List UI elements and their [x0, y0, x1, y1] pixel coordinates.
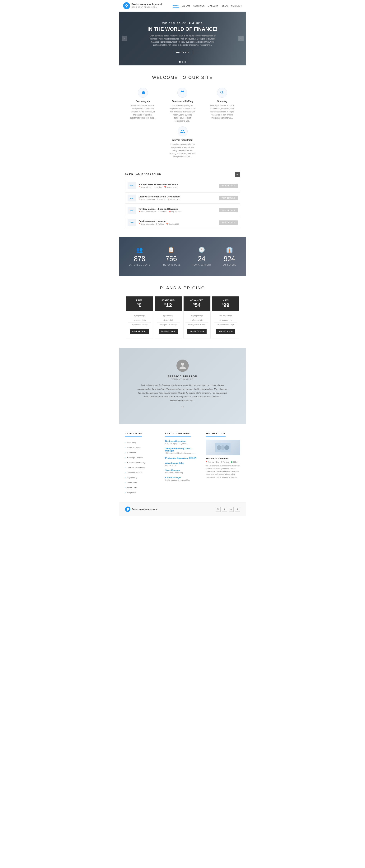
category-link-9[interactable]: Health Care: [125, 487, 137, 489]
nav-gallery[interactable]: GALLERY: [208, 4, 219, 8]
price-feature-0-0: 1 job postings: [128, 314, 151, 318]
category-link-1[interactable]: Admin & Clerical: [125, 447, 141, 449]
hero-prev-button[interactable]: ‹: [122, 36, 127, 41]
last-job-meta-1: This position will lead and manage our..…: [165, 452, 200, 454]
hero-next-button[interactable]: ›: [238, 36, 243, 41]
logo[interactable]: Professional employment RECRUITING SEARC…: [123, 2, 162, 9]
job-title-2: Territory Manager - Food and Beverage: [139, 208, 217, 210]
last-job-link-1[interactable]: Safety & Reliability Group Manager: [165, 447, 200, 452]
job-date-0: 📅 Sep 06, 2013: [164, 186, 177, 188]
price-header-free: FREE $0: [126, 297, 153, 311]
category-link-6[interactable]: Customer Service: [125, 472, 142, 474]
category-link-3[interactable]: Banking & Finance: [125, 457, 143, 459]
category-link-2[interactable]: Automotive: [125, 452, 136, 454]
jobs-next-button[interactable]: →: [235, 172, 240, 177]
category-link-0[interactable]: Accounting: [125, 442, 136, 444]
list-item: Production Supervisor (62-647): [165, 457, 200, 459]
last-jobs-title: LAST ADDED JOBS:: [165, 432, 191, 437]
job-meta-2: 📍 USA, Pennsylvania ⏱ Full time 📅 Sep 04…: [139, 211, 217, 213]
select-plan-button-1[interactable]: Select Plan: [159, 329, 178, 334]
nav-home[interactable]: HOME: [173, 4, 179, 8]
social-links: 𝕏 t g f: [215, 507, 240, 512]
job-meta-0: 📍 USA, Arizona ⏱ Full time 📅 Sep 06, 201…: [139, 186, 217, 188]
job-title-0: Solution Sales Professionals Dynamics: [139, 183, 217, 186]
social-google[interactable]: g: [229, 507, 234, 512]
job-item: CMD Creative Director for Mobile Develop…: [125, 192, 240, 204]
select-plan-button-2[interactable]: Select Plan: [188, 329, 206, 334]
feature-desc-2: Sourcing is the use of one or more strat…: [209, 104, 236, 120]
featured-type: ⏱ Full time: [221, 461, 229, 463]
job-date-2: 📅 Sep 04, 2013: [169, 211, 181, 213]
last-job-link-3[interactable]: Advertising / Sales: [165, 462, 200, 464]
category-link-8[interactable]: Government: [125, 482, 137, 484]
categories-list: Accounting Admin & Clerical Automotive B…: [125, 440, 160, 495]
view-details-button-2[interactable]: View Details: [219, 208, 237, 212]
featured-job-image: [206, 440, 240, 455]
price-card-advanced: ADVANCED $54 10 job postings 10 featured…: [184, 296, 210, 338]
last-job-link-2[interactable]: Production Supervisor (62-647): [165, 457, 200, 459]
view-details-button-0[interactable]: View Details: [219, 184, 237, 188]
footer-logo-icon: [125, 506, 130, 512]
hero-cta-button[interactable]: POST A JOB: [172, 50, 193, 55]
list-item: Business Consultant 4 months ago | durin…: [165, 440, 200, 444]
category-link-7[interactable]: Engineering: [125, 476, 137, 479]
category-link-4[interactable]: Business Opportunity: [125, 462, 145, 464]
price-body-maxi: 100 job postings 50 featured jobs Displa…: [212, 311, 239, 338]
view-details-button-1[interactable]: View Details: [219, 196, 237, 200]
price-header-standard: STANDARD $12: [155, 297, 181, 311]
stat-number-projects: 756: [162, 255, 181, 263]
social-tumblr[interactable]: t: [222, 507, 227, 512]
category-link-10[interactable]: Hospitality: [125, 492, 136, 494]
list-item: Accounting: [125, 440, 160, 445]
job-type-3: ⏱ Full time: [156, 223, 164, 225]
select-plan-button-3[interactable]: Select Plan: [216, 329, 235, 334]
job-item: TFB Territory Manager - Food and Beverag…: [125, 205, 240, 216]
select-plan-button-0[interactable]: Select Plan: [130, 329, 149, 334]
last-job-link-4[interactable]: Store Manager: [165, 469, 200, 471]
stats-grid: 👥 878 Satisfied Clients 📋 756 Projects D…: [125, 247, 240, 266]
testimonial-avatar: [176, 360, 189, 372]
featured-location: 📍 New York City: [206, 461, 219, 463]
hero-dot-1[interactable]: [179, 61, 181, 63]
nav-blog[interactable]: BLOG: [222, 4, 228, 8]
testimonial-text: I will definitely use Professional emplo…: [137, 383, 229, 403]
job-meta-1: 📍 USA, Connecticut ⏱ Full time 📅 Sep 06,…: [139, 198, 217, 200]
footer-featured: FEATURED JOB Business Consultant 📍 New Y…: [206, 432, 240, 495]
hero-dot-2[interactable]: [182, 61, 184, 63]
feature-temp-staffing: Temporary Staffing The use of temporary …: [169, 88, 196, 123]
category-link-5[interactable]: Contract & Freelance: [125, 467, 145, 469]
feature-job-analysis: Job analysis In situations where multipl…: [129, 88, 156, 123]
social-facebook[interactable]: f: [235, 507, 240, 512]
last-job-meta-3: various, stock...: [165, 465, 200, 466]
job-item: FSPA Solution Sales Professionals Dynami…: [125, 180, 240, 191]
price-header-advanced: ADVANCED $54: [184, 297, 210, 311]
features-grid: Job analysis In situations where multipl…: [125, 88, 240, 158]
list-item: Engineering: [125, 475, 160, 480]
social-twitter[interactable]: 𝕏: [215, 507, 221, 512]
list-item: Government: [125, 480, 160, 485]
job-location-0: 📍 USA, Arizona: [139, 186, 152, 188]
hero-content: WE CAN BE YOUR GUIDE IN THE WORLD OF FIN…: [146, 22, 219, 55]
job-type-1: ⏱ Full time: [157, 198, 166, 200]
plan-name-0: FREE: [128, 299, 151, 302]
testimonial-company: COMPANY NAME INC.: [125, 378, 240, 380]
stat-projects: 📋 756 Projects Done: [162, 247, 181, 266]
job-logo-0: FSPA: [128, 182, 136, 189]
plan-price-3: $99: [222, 302, 229, 308]
job-location-3: 📍 USA, Minnesota: [139, 223, 154, 225]
feature-internal-recruitment: Internal recruitment Internal recruitmen…: [169, 126, 196, 158]
last-job-link-0[interactable]: Business Consultant: [165, 440, 200, 442]
footer-top: CATEGORIES Accounting Admin & Clerical A…: [119, 424, 246, 502]
jobs-count: 10 AVAILABLE JOBS FOUND: [125, 173, 161, 176]
view-details-button-3[interactable]: View Details: [219, 220, 237, 225]
main-nav: HOME ABOUT SERVICES GALLERY BLOG CONTACT: [173, 4, 242, 8]
hero-section: ‹ WE CAN BE YOUR GUIDE IN THE WORLD OF F…: [119, 12, 246, 65]
nav-about[interactable]: ABOUT: [182, 4, 191, 8]
hero-dot-3[interactable]: [185, 61, 186, 63]
quote-mark-icon: ”: [125, 406, 240, 412]
nav-contact[interactable]: CONTACT: [231, 4, 242, 8]
svg-point-3: [224, 445, 229, 450]
last-job-link-5[interactable]: Center Manager: [165, 476, 200, 479]
job-meta-3: 📍 USA, Minnesota ⏱ Full time 📅 Dec 14, 2…: [139, 223, 217, 225]
nav-services[interactable]: SERVICES: [193, 4, 205, 8]
